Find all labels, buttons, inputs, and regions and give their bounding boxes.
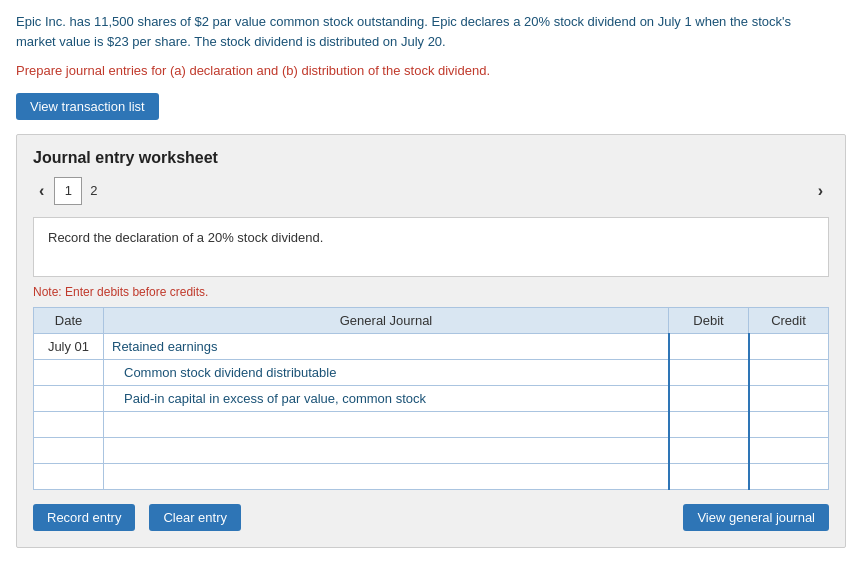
table-row: Paid-in capital in excess of par value, … — [34, 385, 829, 411]
entry-cell[interactable]: Retained earnings — [104, 333, 669, 359]
view-general-journal-button[interactable]: View general journal — [683, 504, 829, 531]
col-header-journal: General Journal — [104, 307, 669, 333]
table-row — [34, 411, 829, 437]
col-header-debit: Debit — [669, 307, 749, 333]
date-cell: July 01 — [34, 333, 104, 359]
pagination-row: ‹ 1 2 › — [33, 177, 829, 205]
journal-table: Date General Journal Debit Credit July 0… — [33, 307, 829, 490]
clear-entry-button[interactable]: Clear entry — [149, 504, 241, 531]
table-row: Common stock dividend distributable — [34, 359, 829, 385]
view-transaction-button[interactable]: View transaction list — [16, 93, 159, 120]
problem-instruction: Prepare journal entries for (a) declarat… — [16, 61, 846, 81]
entry-cell[interactable] — [104, 463, 669, 489]
date-cell[interactable] — [34, 437, 104, 463]
table-row: July 01 Retained earnings — [34, 333, 829, 359]
debit-cell[interactable] — [669, 463, 749, 489]
entry-cell[interactable] — [104, 437, 669, 463]
note-text: Note: Enter debits before credits. — [33, 285, 829, 299]
next-page-button[interactable]: › — [812, 180, 829, 202]
date-cell — [34, 385, 104, 411]
worksheet-container: Journal entry worksheet ‹ 1 2 › Record t… — [16, 134, 846, 548]
bottom-buttons: Record entry Clear entry View general jo… — [33, 504, 829, 531]
credit-cell[interactable] — [749, 463, 829, 489]
entry-cell[interactable]: Paid-in capital in excess of par value, … — [104, 385, 669, 411]
credit-cell[interactable] — [749, 385, 829, 411]
date-cell[interactable] — [34, 463, 104, 489]
worksheet-title: Journal entry worksheet — [33, 149, 829, 167]
entry-cell[interactable] — [104, 411, 669, 437]
debit-cell[interactable] — [669, 411, 749, 437]
record-entry-button[interactable]: Record entry — [33, 504, 135, 531]
date-cell — [34, 359, 104, 385]
col-header-date: Date — [34, 307, 104, 333]
instruction-text: Record the declaration of a 20% stock di… — [48, 230, 323, 245]
prev-page-button[interactable]: ‹ — [33, 180, 50, 202]
problem-line2: market value is $23 per share. The stock… — [16, 34, 446, 49]
credit-cell[interactable] — [749, 333, 829, 359]
entry-cell[interactable]: Common stock dividend distributable — [104, 359, 669, 385]
page-2-indicator[interactable]: 2 — [90, 183, 97, 198]
credit-cell[interactable] — [749, 437, 829, 463]
debit-cell[interactable] — [669, 359, 749, 385]
debit-cell[interactable] — [669, 385, 749, 411]
credit-cell[interactable] — [749, 411, 829, 437]
table-row — [34, 463, 829, 489]
problem-line1: Epic Inc. has 11,500 shares of $2 par va… — [16, 14, 791, 29]
problem-instruction-text: Prepare journal entries for (a) declarat… — [16, 63, 490, 78]
debit-cell[interactable] — [669, 437, 749, 463]
credit-cell[interactable] — [749, 359, 829, 385]
problem-text: Epic Inc. has 11,500 shares of $2 par va… — [16, 12, 846, 51]
col-header-credit: Credit — [749, 307, 829, 333]
debit-cell[interactable] — [669, 333, 749, 359]
date-cell[interactable] — [34, 411, 104, 437]
page-1-indicator[interactable]: 1 — [54, 177, 82, 205]
table-row — [34, 437, 829, 463]
instruction-box: Record the declaration of a 20% stock di… — [33, 217, 829, 277]
